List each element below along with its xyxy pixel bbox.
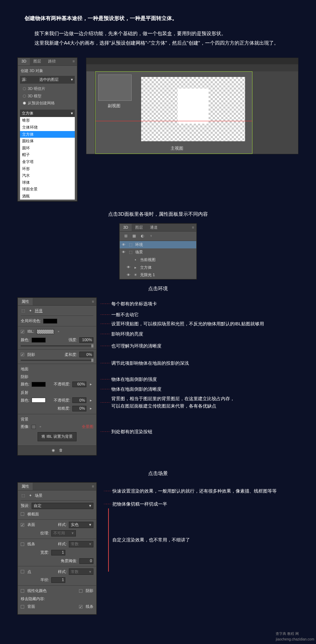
tree-item-view[interactable]: ▪当前视图 <box>120 256 196 264</box>
preset-dropdown[interactable]: 自定▾ <box>32 503 93 509</box>
coords-icon[interactable]: ✦ <box>28 308 33 313</box>
properties-scene-panel: 属性 ≡ ⬚ ✦ 场景 预设:自定▾ 横截面 表面样式:实色▾ 纹理:不可用▾ … <box>18 482 97 614</box>
anno-render: 到处都有的渲染按钮 <box>111 428 152 436</box>
shape-option[interactable]: 球体 <box>20 179 75 186</box>
tree-item-cube[interactable]: 👁▸立方体 <box>120 264 196 272</box>
shape-option[interactable]: 金字塔 <box>20 158 75 165</box>
create-3d-label: 创建 3D 对象 <box>18 66 77 76</box>
tree-item-environment[interactable]: 👁⬚环境 <box>120 241 196 249</box>
set-ibl-bg-button[interactable]: 将 IBL 设置为背景 <box>38 432 76 441</box>
photoshop-screenshot: 副视图 主视图 <box>86 58 298 154</box>
ground-opacity-input[interactable]: 60% <box>72 382 86 387</box>
env-icon[interactable]: ⬚ <box>21 308 26 313</box>
anno-custom-render: 自定义渲染效果，也不常用，不细讲了 <box>112 536 190 544</box>
folder-icon[interactable]: ▫ <box>56 329 61 334</box>
eye-icon[interactable]: 👁 <box>122 249 126 255</box>
filter-light-icon[interactable]: ♀ <box>149 234 153 239</box>
anno-intensity: 影响环境的亮度 <box>111 331 143 338</box>
roughness-input[interactable]: 0% <box>72 406 86 411</box>
shape-option[interactable]: 环形 <box>20 165 75 173</box>
tab-layers[interactable]: 图层 <box>30 58 45 65</box>
surface-style-dropdown[interactable]: 实色▾ <box>69 522 93 528</box>
shadow-scene-checkbox[interactable] <box>79 589 83 593</box>
chevron-down-icon: ▾ <box>71 110 73 117</box>
panorama-option[interactable]: 全景图 <box>82 424 93 430</box>
panel-menu-icon[interactable]: ≡ <box>90 299 96 305</box>
softness-slider[interactable] <box>21 360 93 361</box>
shape-option[interactable]: 帽子 <box>20 151 75 158</box>
stepper-icon[interactable]: ▸ <box>88 382 93 387</box>
source-dropdown[interactable]: 源: 选中的图层 ▾ <box>20 76 75 84</box>
properties-title: 属性 <box>18 483 33 490</box>
preset-shape-dropdown[interactable]: 立方体▾ <box>20 110 75 117</box>
tree-item-scene[interactable]: 👁⬚场景 <box>120 248 196 256</box>
eye-icon[interactable]: 👁 <box>122 242 126 248</box>
width-input[interactable]: 1 <box>51 550 65 555</box>
folder-icon[interactable]: ▫ <box>38 424 43 429</box>
tab-channels[interactable]: 通道 <box>146 224 161 231</box>
intro-title: 创建物体有两种基本途径，一种是预设形状，一种是平面转立体。 <box>25 14 291 22</box>
angle-input[interactable]: 0 <box>79 558 93 564</box>
reflect-opacity-input[interactable]: 0% <box>72 397 86 403</box>
radio-preset-mesh[interactable]: 从预设创建网格 <box>23 100 72 106</box>
filter-all-icon[interactable]: ⊞ <box>123 234 128 239</box>
shape-option[interactable]: 球面全景 <box>20 186 75 193</box>
anno-ibl: 设置环境贴图，可以模拟场景和光照，不反光的物体用默认的IBL贴图就够用 <box>111 320 264 328</box>
env-tab-label: 环境 <box>35 308 42 314</box>
panel-menu-icon[interactable]: ≡ <box>190 225 196 231</box>
ibl-texture-swatch[interactable] <box>37 329 54 334</box>
global-color-swatch[interactable] <box>43 319 57 324</box>
anno-coords: 每个都有的坐标选项卡 <box>111 300 157 308</box>
caption-3d-panel: 点击3D面板里各项时，属性面板显示不同内容 <box>0 210 316 218</box>
eye-icon[interactable]: 👁 <box>127 265 131 270</box>
ground-color-swatch[interactable] <box>32 382 46 387</box>
reflect-color-swatch[interactable] <box>32 398 46 403</box>
ps-canvas: 副视图 主视图 <box>95 71 252 154</box>
intensity-input[interactable]: 100% <box>79 337 93 343</box>
ibl-color-swatch[interactable] <box>32 338 46 343</box>
shape-option[interactable]: 圆环 <box>20 145 75 152</box>
intensity-slider[interactable] <box>21 345 93 346</box>
filter-material-icon[interactable]: ◐ <box>140 234 145 239</box>
shadow-checkbox[interactable] <box>21 353 24 356</box>
shape-option[interactable]: 立体环绕 <box>20 124 75 131</box>
shape-option[interactable]: 酒瓶 <box>20 193 75 200</box>
shape-option[interactable]: 圆柱体 <box>20 138 75 145</box>
source-val: 选中的图层 <box>39 77 59 83</box>
panel-menu-icon[interactable]: ≡ <box>90 483 96 490</box>
secondary-view-label: 副视图 <box>108 103 120 109</box>
tab-3d[interactable]: 3D <box>18 58 30 65</box>
tab-3d[interactable]: 3D <box>120 224 132 231</box>
3d-create-panel: 3D 图层 路径 ≡ 创建 3D 对象 源: 选中的图层 ▾ 3D 明信片 3D… <box>18 58 77 202</box>
shape-option[interactable]: 汽水 <box>20 172 75 179</box>
eye-icon[interactable]: 👁 <box>127 272 131 278</box>
backface-checkbox[interactable] <box>21 605 24 609</box>
scene-icon[interactable]: ⬚ <box>21 493 26 498</box>
chevron-down-icon: ▾ <box>71 77 73 83</box>
cross-section-checkbox[interactable] <box>21 512 24 516</box>
coords-icon[interactable]: ✦ <box>28 493 33 498</box>
trash-icon[interactable]: 🗑 <box>59 448 64 453</box>
lines-checkbox[interactable] <box>21 542 24 546</box>
tab-layers[interactable]: 图层 <box>132 224 146 231</box>
ibl-checkbox[interactable] <box>21 330 24 333</box>
radio-model[interactable]: 3D 模型 <box>23 93 72 99</box>
radio-postcard[interactable]: 3D 明信片 <box>23 86 72 92</box>
lines-remove-checkbox[interactable] <box>79 605 83 609</box>
linearize-checkbox[interactable] <box>21 589 24 593</box>
surface-checkbox[interactable] <box>21 523 24 527</box>
render-icon[interactable]: ◉ <box>51 448 56 453</box>
image-picker-icon[interactable] <box>32 425 36 429</box>
shape-option-selected[interactable]: 立方体 <box>20 131 75 138</box>
properties-environment-panel: 属性 ≡ ⬚ ✦ 环境 全局环境色: IBL:▫ 颜色:强度:100% 阴影柔和… <box>18 298 97 455</box>
panel-menu-icon[interactable]: ≡ <box>71 58 77 65</box>
tree-item-light[interactable]: 👁☀无限光 1 <box>120 271 196 279</box>
softness-input[interactable]: 0% <box>79 352 93 357</box>
points-checkbox[interactable] <box>21 570 24 573</box>
ps-toolbar <box>86 71 95 154</box>
shape-option[interactable]: 锥形 <box>20 117 75 124</box>
tab-paths[interactable]: 路径 <box>45 58 59 65</box>
filter-mesh-icon[interactable]: ▦ <box>132 234 137 239</box>
radius-input[interactable]: 1 <box>51 577 65 583</box>
global-color-lbl: 全局环境色: <box>21 318 41 324</box>
